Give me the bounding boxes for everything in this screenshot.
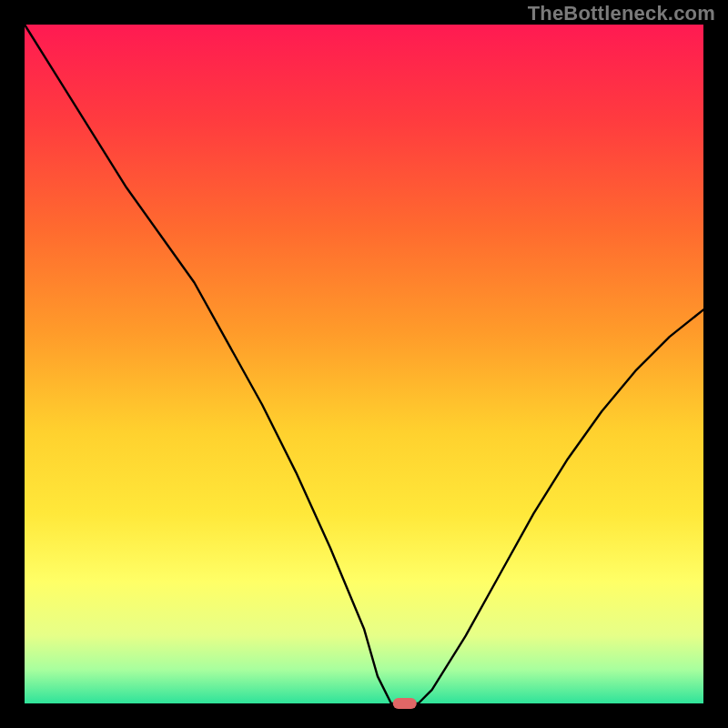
- optimal-marker: [393, 698, 417, 709]
- plot-background: [25, 25, 703, 703]
- chart-wrapper: TheBottleneck.com: [0, 0, 728, 728]
- bottleneck-chart: [0, 0, 728, 728]
- watermark-text: TheBottleneck.com: [528, 2, 715, 25]
